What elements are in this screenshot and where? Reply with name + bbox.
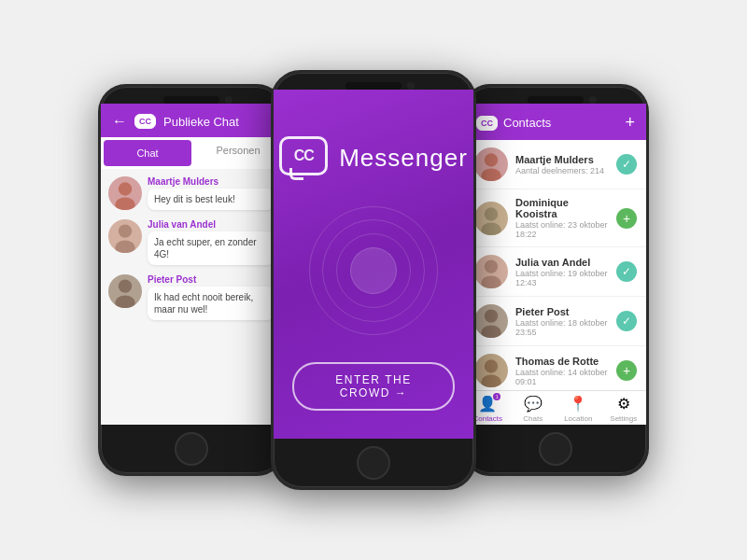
- contact-sub: Laatst online: 19 oktober 12:43: [515, 269, 609, 287]
- contact-item: Thomas de Rotte Laatst online: 14 oktobe…: [465, 346, 646, 390]
- message-name: Maartje Mulders: [148, 176, 275, 187]
- nav-location[interactable]: 📍 Location: [556, 395, 601, 423]
- svg-point-13: [481, 326, 501, 339]
- message-name: Julia van Andel: [148, 219, 275, 230]
- svg-point-2: [119, 224, 132, 237]
- nav-contacts-badge: 👤 1: [478, 395, 497, 413]
- contact-name: Dominique Kooistra: [515, 197, 609, 219]
- home-button-left[interactable]: [175, 432, 208, 466]
- message-item: Pieter Post Ik had echt nooit bereik, ma…: [108, 274, 275, 320]
- phone-notch-left: [163, 96, 219, 104]
- center-phone: CC Messenger ENTER THE CROWD →: [271, 70, 476, 490]
- tab-chat[interactable]: Chat: [104, 140, 191, 166]
- nav-settings[interactable]: ⚙ Settings: [601, 395, 647, 423]
- message-bubble: Julia van Andel Ja echt super, en zonder…: [148, 219, 275, 265]
- contact-action-check[interactable]: ✓: [616, 261, 637, 282]
- contact-name: Julia van Andel: [515, 257, 609, 268]
- tab-personen[interactable]: Personen: [194, 137, 282, 169]
- contact-name: Pieter Post: [515, 306, 609, 317]
- contact-action-add[interactable]: +: [616, 208, 637, 229]
- svg-point-10: [485, 259, 498, 273]
- contact-sub: Laatst online: 23 oktober 18:22: [515, 220, 609, 239]
- contacts-header-title: Contacts: [503, 116, 551, 130]
- chats-nav-label: Chats: [523, 414, 543, 423]
- settings-nav-label: Settings: [610, 414, 637, 423]
- contact-action-check[interactable]: ✓: [616, 311, 637, 331]
- message-item: Maartje Mulders Hey dit is best leuk!: [108, 176, 275, 210]
- message-bubble: Pieter Post Ik had echt nooit bereik, ma…: [148, 274, 275, 320]
- svg-point-8: [485, 207, 498, 220]
- avatar: [108, 274, 142, 308]
- contact-action-check[interactable]: ✓: [616, 154, 637, 175]
- messenger-title: Messenger: [339, 144, 468, 173]
- contact-info: Julia van Andel Laatst online: 19 oktobe…: [515, 257, 609, 287]
- right-phone-screen: CC Contacts + Maartje Mulders Aantal dee…: [465, 104, 646, 425]
- svg-point-5: [115, 296, 135, 309]
- contact-item: Dominique Kooistra Laatst online: 23 okt…: [465, 189, 646, 247]
- contacts-list: Maartje Mulders Aantal deelnemers: 214 ✓…: [465, 140, 646, 390]
- phone-notch-right: [528, 96, 584, 104]
- left-phone: ← CC Publieke Chat Chat Personen Maartje…: [98, 84, 285, 476]
- svg-point-9: [481, 222, 501, 235]
- contact-avatar: [474, 255, 508, 288]
- contact-avatar: [474, 304, 508, 338]
- badge-dot: 1: [493, 393, 500, 400]
- home-button-center[interactable]: [357, 446, 390, 480]
- svg-point-7: [481, 169, 501, 182]
- avatar: [108, 176, 142, 210]
- phone-notch-center: [345, 82, 402, 90]
- cc-logo-left: CC: [134, 114, 156, 129]
- contacts-nav-label: Contacts: [472, 414, 502, 423]
- bottom-nav: 👤 1 Contacts 💬 Chats 📍 Location: [465, 390, 646, 425]
- contacts-header: CC Contacts +: [465, 104, 646, 140]
- left-phone-screen: ← CC Publieke Chat Chat Personen Maartje…: [101, 104, 282, 425]
- location-nav-icon: 📍: [569, 395, 587, 413]
- nav-chats[interactable]: 💬 Chats: [511, 395, 557, 423]
- contact-info: Thomas de Rotte Laatst online: 14 oktobe…: [515, 356, 609, 386]
- messenger-screen: CC Messenger ENTER THE CROWD →: [274, 90, 473, 439]
- center-phone-screen: CC Messenger ENTER THE CROWD →: [274, 90, 473, 439]
- right-phone: CC Contacts + Maartje Mulders Aantal dee…: [462, 84, 649, 476]
- chat-header: ← CC Publieke Chat: [101, 104, 282, 137]
- add-contact-icon[interactable]: +: [625, 113, 635, 133]
- contact-info: Dominique Kooistra Laatst online: 23 okt…: [515, 197, 609, 239]
- chats-nav-icon: 💬: [524, 395, 543, 413]
- chat-screen: ← CC Publieke Chat Chat Personen Maartje…: [101, 104, 282, 425]
- contact-sub: Aantal deelnemers: 214: [515, 166, 609, 175]
- home-button-right[interactable]: [539, 432, 572, 466]
- cc-bubble-logo: CC: [279, 136, 328, 179]
- enter-crowd-button[interactable]: ENTER THE CROWD →: [292, 362, 455, 411]
- contact-sub: Laatst online: 14 oktober 09:01: [515, 368, 609, 386]
- contact-sub: Laatst online: 18 oktober 23:55: [515, 318, 609, 337]
- contact-item: Julia van Andel Laatst online: 19 oktobe…: [465, 247, 646, 297]
- contact-avatar: [474, 147, 508, 181]
- back-arrow-icon[interactable]: ←: [112, 113, 127, 130]
- contact-info: Maartje Mulders Aantal deelnemers: 214: [515, 154, 609, 175]
- svg-point-0: [119, 182, 132, 195]
- avatar: [108, 219, 142, 253]
- chat-tabs: Chat Personen: [101, 137, 282, 169]
- svg-point-1: [115, 198, 135, 211]
- message-text: Ik had echt nooit bereik, maar nu wel!: [148, 287, 275, 320]
- messenger-logo-row: CC Messenger: [279, 136, 468, 179]
- cc-bubble-bg: CC: [279, 136, 328, 175]
- svg-point-6: [485, 153, 498, 166]
- svg-point-14: [485, 359, 498, 372]
- contacts-screen: CC Contacts + Maartje Mulders Aantal dee…: [465, 104, 646, 425]
- cc-logo-right: CC: [476, 116, 498, 131]
- cc-logo-center: CC: [294, 147, 314, 164]
- message-text: Hey dit is best leuk!: [148, 189, 275, 210]
- contacts-header-left: CC Contacts: [476, 116, 551, 131]
- message-bubble: Maartje Mulders Hey dit is best leuk!: [148, 176, 275, 210]
- contact-item: Maartje Mulders Aantal deelnemers: 214 ✓: [465, 140, 646, 189]
- svg-point-12: [485, 309, 498, 322]
- radar-circle-1: [350, 247, 397, 294]
- contact-item: Pieter Post Laatst online: 18 oktober 23…: [465, 297, 646, 346]
- contact-avatar: [474, 202, 508, 235]
- contact-name: Thomas de Rotte: [515, 356, 609, 367]
- chat-messages: Maartje Mulders Hey dit is best leuk! Ju…: [101, 169, 282, 425]
- svg-point-11: [481, 276, 501, 289]
- contact-action-add[interactable]: +: [616, 360, 637, 381]
- message-name: Pieter Post: [148, 274, 275, 285]
- message-text: Ja echt super, en zonder 4G!: [148, 231, 275, 265]
